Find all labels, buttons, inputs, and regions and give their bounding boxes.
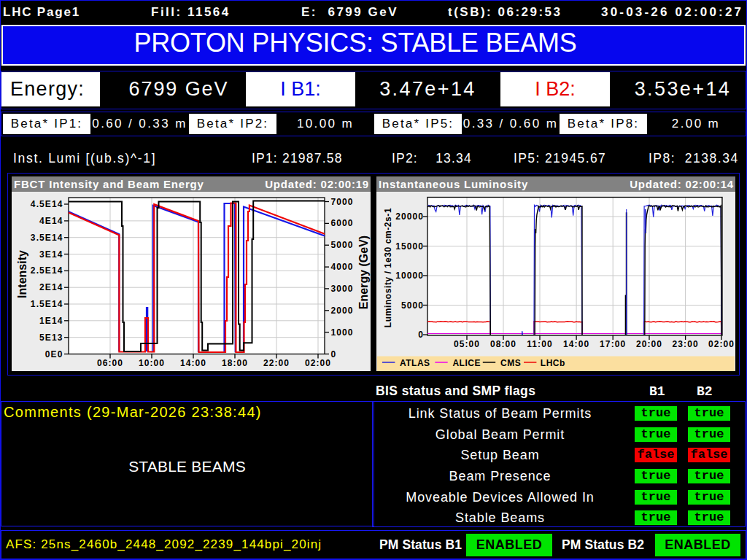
svg-text:LHCb: LHCb (541, 358, 565, 368)
svg-text:3000: 3000 (331, 284, 354, 294)
svg-text:5E13: 5E13 (39, 332, 63, 343)
svg-text:1.5E14: 1.5E14 (31, 299, 63, 309)
svg-text:4.5E14: 4.5E14 (31, 199, 63, 209)
svg-text:18:00: 18:00 (222, 358, 248, 368)
svg-text:Energy (GeV): Energy (GeV) (357, 236, 370, 309)
svg-text:3.5E14: 3.5E14 (31, 233, 63, 243)
svg-text:0E0: 0E0 (45, 349, 63, 359)
svg-text:15000: 15000 (395, 241, 424, 252)
svg-text:CMS: CMS (500, 358, 521, 368)
svg-text:02:00: 02:00 (708, 339, 735, 349)
svg-text:4000: 4000 (331, 262, 354, 272)
svg-text:06:00: 06:00 (97, 358, 123, 368)
svg-text:02:00: 02:00 (305, 358, 331, 368)
svg-text:1E14: 1E14 (39, 316, 63, 326)
svg-text:23:00: 23:00 (672, 339, 698, 349)
svg-text:2E14: 2E14 (39, 282, 63, 292)
svg-text:20000: 20000 (395, 211, 424, 222)
svg-text:Intensity: Intensity (16, 250, 28, 298)
svg-text:1000: 1000 (331, 327, 354, 338)
svg-text:Luminosity / 1e30 cm-2s-1: Luminosity / 1e30 cm-2s-1 (383, 208, 393, 327)
svg-text:4E14: 4E14 (39, 216, 63, 226)
svg-text:10000: 10000 (395, 271, 424, 281)
svg-text:2.5E14: 2.5E14 (31, 265, 63, 276)
svg-text:5000: 5000 (331, 240, 354, 250)
svg-text:05:00: 05:00 (454, 339, 480, 349)
svg-text:2000: 2000 (331, 306, 354, 316)
svg-text:10:00: 10:00 (139, 358, 165, 368)
svg-text:0: 0 (331, 349, 337, 359)
svg-text:ATLAS: ATLAS (400, 358, 430, 368)
svg-text:6000: 6000 (331, 218, 354, 228)
svg-text:20:00: 20:00 (636, 339, 662, 349)
svg-text:7000: 7000 (331, 197, 354, 207)
svg-text:14:00: 14:00 (563, 339, 589, 349)
svg-text:3E14: 3E14 (39, 249, 63, 260)
svg-text:5000: 5000 (401, 300, 424, 311)
svg-text:0: 0 (418, 330, 424, 340)
svg-text:ALICE: ALICE (452, 358, 481, 368)
svg-text:08:00: 08:00 (490, 339, 516, 349)
svg-text:14:00: 14:00 (180, 358, 206, 368)
svg-text:11:00: 11:00 (527, 339, 553, 349)
svg-text:17:00: 17:00 (600, 339, 626, 349)
svg-text:22:00: 22:00 (263, 358, 290, 368)
